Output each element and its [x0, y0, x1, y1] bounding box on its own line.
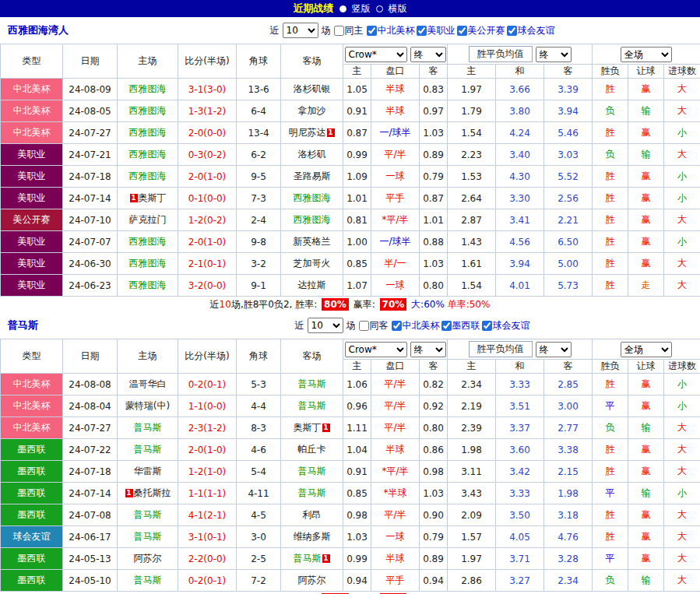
away-team[interactable]: 圣路易斯 — [281, 166, 343, 188]
home-team[interactable]: 普马斯 — [118, 504, 178, 526]
subcol-avg-away: 客 — [544, 360, 593, 374]
recent-count-select[interactable]: 10 — [283, 23, 318, 38]
home-team[interactable]: 西雅图海 — [118, 122, 178, 144]
avg-draw-odds: 4.05 — [496, 526, 544, 548]
away-odds: 0.94 — [420, 570, 448, 592]
result-wdl: 负 — [593, 144, 628, 166]
avg-final-select[interactable]: 终 — [536, 342, 572, 357]
home-team[interactable]: 西雅图海 — [118, 231, 178, 253]
home-team[interactable]: 普马斯 — [118, 439, 178, 461]
away-team[interactable]: 西雅图海 — [281, 188, 343, 209]
home-team-name: 西雅图海 — [129, 149, 167, 160]
home-team[interactable]: 西雅图海 — [118, 79, 178, 100]
league-checkbox-input[interactable] — [392, 321, 402, 331]
away-team[interactable]: 达拉斯 — [281, 275, 343, 297]
scope-select[interactable]: 全场 — [621, 47, 672, 62]
same-venue-checkbox[interactable]: 同客 — [359, 319, 389, 332]
corners: 6-4 — [237, 100, 281, 122]
home-team[interactable]: 西雅图海 — [118, 275, 178, 297]
result-handicap: 赢 — [628, 461, 664, 483]
league-checkbox-input[interactable] — [441, 321, 452, 331]
league-checkbox-input[interactable] — [507, 26, 517, 36]
home-team[interactable]: 阿苏尔 — [118, 548, 178, 570]
away-team[interactable]: 利昂 — [281, 504, 343, 526]
away-team[interactable]: 奥斯丁1 — [281, 417, 343, 439]
same-venue-input[interactable] — [359, 321, 369, 331]
home-team[interactable]: 萨克拉门 — [118, 209, 178, 231]
away-team[interactable]: 普马斯 — [281, 461, 343, 483]
horizontal-layout-radio[interactable] — [376, 5, 383, 12]
home-odds: 1.11 — [343, 417, 371, 439]
same-venue-input[interactable] — [334, 26, 344, 36]
away-team[interactable]: 洛杉矶银 — [281, 79, 343, 100]
home-team[interactable]: 1桑托斯拉 — [118, 483, 178, 504]
league-filter-checkbox[interactable]: 美公开赛 — [457, 24, 505, 37]
away-team[interactable]: 阿苏尔 — [281, 570, 343, 592]
team-name[interactable]: 西雅图海湾人 — [0, 23, 125, 37]
avg-draw-odds: 3.27 — [496, 570, 544, 592]
league-filter-checkbox[interactable]: 球会友谊 — [482, 319, 530, 332]
recent-count-select[interactable]: 10 — [308, 318, 343, 333]
away-team[interactable]: 普马斯 — [281, 395, 343, 417]
away-team[interactable]: 拿加沙 — [281, 100, 343, 122]
home-team[interactable]: 西雅图海 — [118, 144, 178, 166]
home-team[interactable]: 1奥斯丁 — [118, 188, 178, 209]
home-team[interactable]: 普马斯 — [118, 570, 178, 592]
away-team-name: 明尼苏达 — [289, 127, 326, 138]
team-name[interactable]: 普马斯 — [0, 318, 125, 332]
odds-company-select[interactable]: Crow* — [345, 342, 407, 357]
away-team[interactable]: 明尼苏达1 — [281, 122, 343, 144]
league-checkbox-input[interactable] — [457, 26, 467, 36]
same-venue-checkbox[interactable]: 同主 — [334, 24, 364, 37]
away-team[interactable]: 洛杉矶 — [281, 144, 343, 166]
home-team[interactable]: 蒙特瑞(中) — [118, 395, 178, 417]
avg-draw-odds: 4.30 — [496, 166, 544, 188]
league-filter-checkbox[interactable]: 美职业 — [417, 24, 456, 37]
col-corner: 角球 — [237, 44, 281, 79]
result-handicap: 赢 — [628, 188, 664, 209]
league-filter-checkbox[interactable]: 墨西联 — [441, 319, 480, 332]
subcol-away: 客 — [420, 360, 448, 374]
away-team[interactable]: 帕丘卡 — [281, 439, 343, 461]
avg-away-odds: 5.46 — [544, 122, 593, 144]
col-corner: 角球 — [237, 339, 281, 374]
home-team[interactable]: 普马斯 — [118, 417, 178, 439]
home-team[interactable]: 温哥华白 — [118, 374, 178, 395]
league-filter-checkbox[interactable]: 球会友谊 — [507, 24, 555, 37]
match-date: 24-06-23 — [63, 275, 118, 297]
col-home: 主场 — [118, 339, 178, 374]
league-filter-checkbox[interactable]: 中北美杯 — [392, 319, 440, 332]
home-team[interactable]: 西雅图海 — [118, 166, 178, 188]
away-odds: 0.87 — [420, 188, 448, 209]
vertical-layout-radio[interactable] — [339, 5, 346, 12]
away-team[interactable]: 普马斯 — [281, 374, 343, 395]
away-team-name: 普马斯 — [298, 400, 326, 411]
league-checkbox-input[interactable] — [367, 26, 377, 36]
odds-final-select[interactable]: 终 — [410, 47, 446, 62]
corners: 2-4 — [237, 209, 281, 231]
league-checkbox-input[interactable] — [417, 26, 427, 36]
avg-header: 胜平负均值 终 — [448, 339, 593, 360]
away-team[interactable]: 维纳多斯 — [281, 526, 343, 548]
score: 0-3(0-2) — [178, 144, 237, 166]
home-team[interactable]: 普马斯 — [118, 526, 178, 548]
scope-select[interactable]: 全场 — [621, 342, 672, 357]
away-team[interactable]: 新英格兰 — [281, 231, 343, 253]
away-team[interactable]: 普马斯1 — [281, 548, 343, 570]
home-team[interactable]: 西雅图海 — [118, 253, 178, 275]
league-filter-checkbox[interactable]: 中北美杯 — [367, 24, 415, 37]
near-label: 近 — [270, 24, 280, 37]
home-odds: 1.01 — [343, 188, 371, 209]
away-team[interactable]: 普马斯 — [281, 483, 343, 504]
odds-company-select[interactable]: Crow* — [345, 47, 407, 62]
away-team[interactable]: 西雅图海 — [281, 209, 343, 231]
score: 2-0(0-0) — [178, 122, 237, 144]
league-checkbox-input[interactable] — [482, 321, 492, 331]
away-team[interactable]: 芝加哥火 — [281, 253, 343, 275]
result-wdl: 胜 — [593, 253, 628, 275]
home-team[interactable]: 华雷斯 — [118, 461, 178, 483]
odds-final-select[interactable]: 终 — [410, 342, 446, 357]
near-label: 近 — [295, 319, 304, 332]
home-team[interactable]: 西雅图海 — [118, 100, 178, 122]
avg-final-select[interactable]: 终 — [536, 47, 572, 62]
